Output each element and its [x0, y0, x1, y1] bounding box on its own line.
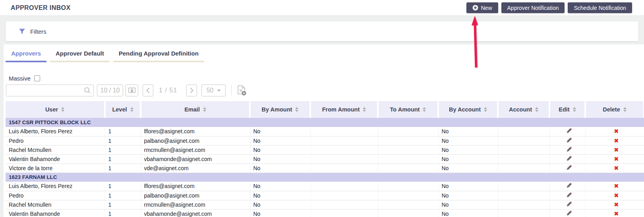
schedule-notification-button[interactable]: Schedule Notification [568, 2, 632, 13]
delete-x-icon[interactable]: ✖ [614, 146, 619, 153]
cell-account [498, 163, 549, 173]
delete-x-icon[interactable]: ✖ [614, 165, 619, 171]
sort-icon[interactable] [61, 106, 64, 113]
edit-pencil-icon[interactable] [566, 201, 572, 209]
export-excel-button[interactable] [236, 85, 247, 96]
column-header-to-amount[interactable]: To Amount [379, 101, 437, 118]
edit-pencil-icon[interactable] [566, 127, 572, 135]
column-header-by-amount[interactable]: By Amount [251, 101, 309, 118]
edit-pencil-icon[interactable] [566, 192, 572, 200]
goto-page-button[interactable] [126, 84, 138, 96]
cell-from-amount [310, 209, 378, 217]
grid-toolbar: 10 / 10 1 / 51 50 [6, 84, 644, 96]
new-button[interactable]: New [466, 2, 498, 13]
sort-icon[interactable] [130, 106, 133, 113]
delete-x-icon[interactable]: ✖ [614, 210, 619, 217]
tab-pending-approval-definition[interactable]: Pending Approval Definition [113, 50, 204, 62]
massive-row: Massive [9, 74, 644, 82]
new-button-label: New [481, 5, 492, 11]
cell-user: Luis Alberto, Flores Perez [6, 127, 105, 136]
page-size-select[interactable]: 50 [201, 84, 226, 96]
edit-pencil-icon[interactable] [566, 182, 572, 190]
edit-pencil-icon[interactable] [566, 164, 572, 172]
cell-account [498, 145, 549, 154]
sort-icon[interactable] [623, 106, 627, 113]
group-row: 1623 FARNAM LLC [6, 173, 644, 182]
cell-by-account: No [438, 154, 498, 163]
table-header-row: UserLevelEmailBy AmountFrom AmountTo Amo… [6, 101, 644, 118]
tab-approvers[interactable]: Approvers [6, 50, 46, 62]
delete-x-icon[interactable]: ✖ [614, 182, 619, 189]
cell-email: palbano@asignet.com [141, 191, 250, 200]
cell-level: 1 [105, 200, 141, 209]
cell-user: Victore de la torre [6, 163, 105, 173]
column-header-label: Level [112, 106, 127, 113]
cell-to-amount [378, 209, 438, 217]
column-header-label: User [45, 106, 58, 113]
delete-x-icon[interactable]: ✖ [614, 156, 619, 162]
edit-pencil-icon[interactable] [566, 137, 572, 145]
cell-delete: ✖ [585, 163, 644, 173]
column-header-level[interactable]: Level [106, 101, 140, 118]
records-count: 10 / 10 [97, 84, 123, 96]
sort-icon[interactable] [573, 106, 576, 113]
sort-icon[interactable] [363, 106, 366, 113]
delete-x-icon[interactable]: ✖ [614, 192, 619, 199]
sort-icon[interactable] [295, 106, 298, 113]
column-header-email[interactable]: Email [141, 101, 249, 118]
search-icon [84, 87, 91, 96]
cell-from-amount [310, 163, 378, 173]
delete-x-icon[interactable]: ✖ [614, 201, 619, 208]
sort-icon[interactable] [203, 106, 206, 113]
page-size-value: 50 [207, 87, 214, 94]
column-header-by-account[interactable]: By Account [439, 101, 497, 118]
sort-icon[interactable] [484, 106, 487, 113]
cell-user: Pedro [6, 191, 105, 200]
prev-page-button[interactable] [143, 84, 153, 96]
sort-icon[interactable] [423, 106, 426, 113]
column-header-edit[interactable]: Edit [550, 101, 584, 118]
cell-delete: ✖ [585, 136, 644, 145]
cell-user: Valentin Bahamonde [6, 209, 105, 217]
cell-edit [549, 127, 585, 136]
cell-edit [549, 154, 585, 163]
edit-pencil-icon[interactable] [566, 146, 572, 154]
column-header-delete[interactable]: Delete [586, 101, 643, 118]
column-header-from-amount[interactable]: From Amount [311, 101, 377, 118]
column-header-label: From Amount [322, 106, 360, 113]
cell-delete: ✖ [585, 154, 644, 163]
table-row: Valentin Bahamonde1vbahamonde@asignet.co… [6, 209, 644, 217]
filters-panel[interactable]: Filters [6, 21, 638, 41]
cell-by-account: No [438, 163, 498, 173]
cell-email: rmcmullen@asignet.com [141, 200, 250, 209]
cell-edit [549, 145, 585, 154]
search-input[interactable] [6, 84, 94, 96]
massive-checkbox[interactable] [34, 75, 40, 81]
page-lock-icon [128, 87, 136, 94]
column-header-label: Edit [559, 106, 569, 113]
sort-icon[interactable] [535, 106, 538, 113]
edit-pencil-icon[interactable] [566, 210, 572, 217]
table-row: Rachel Mcmullen1rmcmullen@asignet.comNoN… [6, 145, 644, 154]
edit-pencil-icon[interactable] [566, 155, 572, 163]
cell-level: 1 [105, 163, 141, 173]
column-header-user[interactable]: User [6, 101, 104, 118]
cell-to-amount [378, 154, 438, 163]
cell-delete: ✖ [585, 127, 644, 136]
next-page-button[interactable] [186, 84, 197, 96]
cell-from-amount [310, 200, 378, 209]
approver-notification-button[interactable]: Approver Notification [501, 2, 565, 13]
cell-delete: ✖ [585, 200, 644, 209]
delete-x-icon[interactable]: ✖ [614, 128, 619, 134]
tab-approver-default[interactable]: Approver Default [50, 50, 110, 62]
delete-x-icon[interactable]: ✖ [614, 137, 619, 144]
column-header-label: To Amount [390, 106, 420, 113]
main-panel: ApproversApprover DefaultPending Approva… [4, 44, 644, 217]
cell-to-amount [378, 136, 438, 145]
column-header-account[interactable]: Account [499, 101, 549, 118]
cell-by-amount: No [250, 136, 310, 145]
cell-by-amount: No [250, 191, 310, 200]
cell-email: palbano@asignet.com [141, 136, 250, 145]
cell-edit [549, 182, 585, 191]
chevron-down-icon [217, 90, 220, 93]
